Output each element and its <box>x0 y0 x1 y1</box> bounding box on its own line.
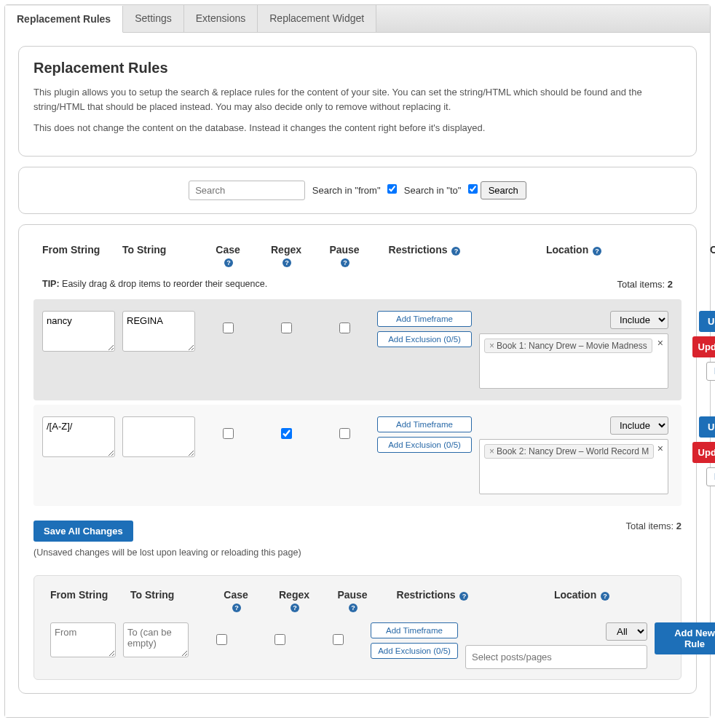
tip-row: TIP: Easily drag & drop items to reorder… <box>33 273 682 295</box>
location-mode-select[interactable]: Include <box>610 416 668 435</box>
rule-row[interactable]: /[A-Z]/ Add Timeframe Add Exclusion (0/5… <box>33 405 682 506</box>
delete-button[interactable]: Delete <box>706 362 715 381</box>
total-items-bottom: Total items: 2 <box>625 521 682 531</box>
new-pause-checkbox[interactable] <box>333 634 344 645</box>
pause-checkbox[interactable] <box>339 428 350 439</box>
from-string-input[interactable]: nancy <box>42 311 115 352</box>
search-input[interactable] <box>189 181 305 200</box>
clear-location-icon[interactable]: × <box>657 443 663 454</box>
regex-checkbox[interactable] <box>281 428 292 439</box>
tab-bar: Replacement Rules Settings Extensions Re… <box>5 5 710 33</box>
header-to: To String <box>122 244 195 256</box>
header-options: Options <box>684 589 715 601</box>
help-icon[interactable]: ? <box>232 604 241 612</box>
help-icon[interactable]: ? <box>459 592 468 601</box>
page-title: Replacement Rules <box>33 60 682 76</box>
search-to-label: Search in "to" <box>404 185 462 196</box>
location-tag[interactable]: ×Book 1: Nancy Drew – Movie Madness <box>484 339 652 353</box>
header-case: Case? <box>210 589 261 612</box>
search-from-checkbox[interactable] <box>387 184 397 194</box>
help-icon[interactable]: ? <box>451 247 460 256</box>
delete-button[interactable]: Delete <box>706 467 715 486</box>
header-to: To String <box>130 589 203 601</box>
header-from: From String <box>50 589 123 601</box>
case-checkbox[interactable] <box>223 323 234 333</box>
new-rule-header-row: From String To String Case? Regex? Pause… <box>44 586 671 622</box>
remove-tag-icon[interactable]: × <box>489 446 494 456</box>
search-button[interactable]: Search <box>481 181 526 199</box>
regex-checkbox[interactable] <box>281 323 292 333</box>
search-from-label: Search in "from" <box>312 185 381 196</box>
update-button[interactable]: Update <box>699 311 715 332</box>
add-timeframe-button[interactable]: Add Timeframe <box>377 416 472 432</box>
tab-replacement-rules[interactable]: Replacement Rules <box>5 6 123 33</box>
header-location: Location ? <box>487 589 676 601</box>
location-tag[interactable]: ×Book 2: Nancy Drew – World Record M <box>484 444 654 459</box>
new-rule-panel: From String To String Case? Regex? Pause… <box>33 575 682 680</box>
header-location: Location ? <box>479 244 668 256</box>
page-container: Replacement Rules Settings Extensions Re… <box>4 4 711 718</box>
to-string-input[interactable]: REGINA <box>122 311 195 352</box>
header-pause: Pause? <box>327 589 378 612</box>
from-string-input[interactable]: /[A-Z]/ <box>42 416 115 457</box>
intro-panel: Replacement Rules This plugin allows you… <box>18 46 697 157</box>
help-icon[interactable]: ? <box>283 258 291 267</box>
add-timeframe-button[interactable]: Add Timeframe <box>377 311 472 327</box>
tab-extensions[interactable]: Extensions <box>184 5 258 32</box>
help-icon[interactable]: ? <box>341 258 349 267</box>
new-regex-checkbox[interactable] <box>274 634 285 645</box>
help-icon[interactable]: ? <box>601 592 609 601</box>
new-location-mode-select[interactable]: All <box>606 622 647 641</box>
location-mode-select[interactable]: Include <box>610 311 668 329</box>
updatedb-button[interactable]: UpdateDb <box>692 442 715 463</box>
intro-text-1: This plugin allows you to setup the sear… <box>33 85 682 114</box>
new-to-input[interactable] <box>123 622 189 657</box>
update-button[interactable]: Update <box>699 416 715 438</box>
header-restrictions: Restrictions ? <box>377 244 472 256</box>
save-row: Save All Changes Total items: 2 (Unsaved… <box>33 510 682 561</box>
header-restrictions: Restrictions ? <box>385 589 480 601</box>
rules-panel: From String To String Case? Regex? Pause… <box>18 224 697 694</box>
new-rule-row: Add Timeframe Add Exclusion (0/5) All Ad… <box>44 622 671 669</box>
add-exclusion-button[interactable]: Add Exclusion (0/5) <box>371 643 458 659</box>
new-case-checkbox[interactable] <box>216 634 227 645</box>
header-regex: Regex? <box>261 244 312 267</box>
add-timeframe-button[interactable]: Add Timeframe <box>371 622 458 638</box>
tab-settings[interactable]: Settings <box>123 5 184 32</box>
header-options: Options <box>676 244 715 256</box>
updatedb-button[interactable]: UpdateDb <box>692 336 715 357</box>
total-items-top: Total items: 2 <box>617 279 673 290</box>
help-icon[interactable]: ? <box>593 247 601 256</box>
help-icon[interactable]: ? <box>349 604 358 612</box>
tab-replacement-widget[interactable]: Replacement Widget <box>258 5 376 32</box>
pause-checkbox[interactable] <box>339 323 350 333</box>
add-exclusion-button[interactable]: Add Exclusion (0/5) <box>377 437 472 453</box>
save-all-button[interactable]: Save All Changes <box>33 521 133 542</box>
add-new-rule-button[interactable]: Add New Rule <box>655 622 715 654</box>
rules-header-row: From String To String Case? Regex? Pause… <box>33 238 682 273</box>
location-tags-box[interactable]: × ×Book 1: Nancy Drew – Movie Madness <box>479 333 668 389</box>
search-panel: Search in "from" Search in "to" Search <box>18 167 697 214</box>
remove-tag-icon[interactable]: × <box>489 341 494 351</box>
header-pause: Pause? <box>319 244 370 267</box>
location-tags-box[interactable]: × ×Book 2: Nancy Drew – World Record M <box>479 439 668 494</box>
header-case: Case? <box>202 244 253 267</box>
header-regex: Regex? <box>269 589 320 612</box>
clear-location-icon[interactable]: × <box>657 337 663 349</box>
rule-row[interactable]: nancy REGINA Add Timeframe Add Exclusion… <box>33 299 682 400</box>
search-to-checkbox[interactable] <box>468 184 478 194</box>
new-from-input[interactable] <box>50 622 116 657</box>
to-string-input[interactable] <box>122 416 195 457</box>
add-exclusion-button[interactable]: Add Exclusion (0/5) <box>377 331 472 347</box>
content-area: Replacement Rules This plugin allows you… <box>5 33 710 717</box>
header-from: From String <box>42 244 115 256</box>
save-note: (Unsaved changes will be lost upon leavi… <box>33 547 682 558</box>
help-icon[interactable]: ? <box>291 604 299 612</box>
intro-text-2: This does not change the content on the … <box>33 121 682 135</box>
help-icon[interactable]: ? <box>224 258 233 267</box>
new-location-input[interactable] <box>465 645 647 669</box>
case-checkbox[interactable] <box>223 428 234 439</box>
